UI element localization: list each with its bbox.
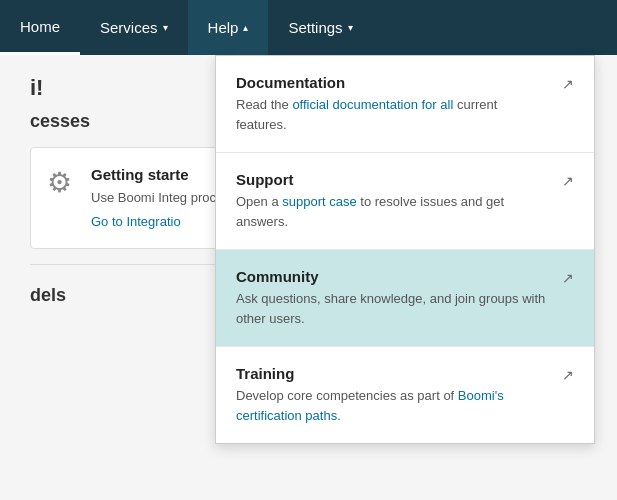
training-desc: Develop core competencies as part of Boo… [236, 386, 550, 425]
support-content: Support Open a support case to resolve i… [236, 171, 550, 231]
nav-settings-label: Settings [288, 19, 342, 36]
documentation-link-text: official documentation for all [292, 97, 453, 112]
help-dropdown: Documentation Read the official document… [215, 55, 595, 444]
help-chevron-icon: ▴ [243, 22, 248, 33]
settings-chevron-icon: ▾ [348, 22, 353, 33]
nav-item-services[interactable]: Services ▾ [80, 0, 188, 55]
community-desc: Ask questions, share knowledge, and join… [236, 289, 550, 328]
nav-services-label: Services [100, 19, 158, 36]
support-desc: Open a support case to resolve issues an… [236, 192, 550, 231]
nav-help-label: Help [208, 19, 239, 36]
dropdown-item-documentation[interactable]: Documentation Read the official document… [216, 56, 594, 153]
training-content: Training Develop core competencies as pa… [236, 365, 550, 425]
support-title: Support [236, 171, 550, 188]
nav-item-home[interactable]: Home [0, 0, 80, 55]
documentation-external-icon: ↗ [562, 76, 574, 92]
documentation-title: Documentation [236, 74, 550, 91]
support-link-text: support case [282, 194, 356, 209]
documentation-desc: Read the official documentation for all … [236, 95, 550, 134]
services-chevron-icon: ▾ [163, 22, 168, 33]
nav-item-settings[interactable]: Settings ▾ [268, 0, 372, 55]
support-external-icon: ↗ [562, 173, 574, 189]
training-title: Training [236, 365, 550, 382]
nav-item-help[interactable]: Help ▴ [188, 0, 269, 55]
dropdown-item-training[interactable]: Training Develop core competencies as pa… [216, 347, 594, 443]
community-external-icon: ↗ [562, 270, 574, 286]
training-external-icon: ↗ [562, 367, 574, 383]
gear-icon: ⚙ [47, 166, 72, 199]
community-content: Community Ask questions, share knowledge… [236, 268, 550, 328]
card-link[interactable]: Go to Integratio [91, 214, 181, 229]
nav-home-label: Home [20, 18, 60, 35]
navbar: Home Services ▾ Help ▴ Settings ▾ [0, 0, 617, 55]
dropdown-item-support[interactable]: Support Open a support case to resolve i… [216, 153, 594, 250]
documentation-content: Documentation Read the official document… [236, 74, 550, 134]
dropdown-item-community[interactable]: Community Ask questions, share knowledge… [216, 250, 594, 347]
training-link-text: Boomi's certification paths [236, 388, 504, 423]
community-title: Community [236, 268, 550, 285]
